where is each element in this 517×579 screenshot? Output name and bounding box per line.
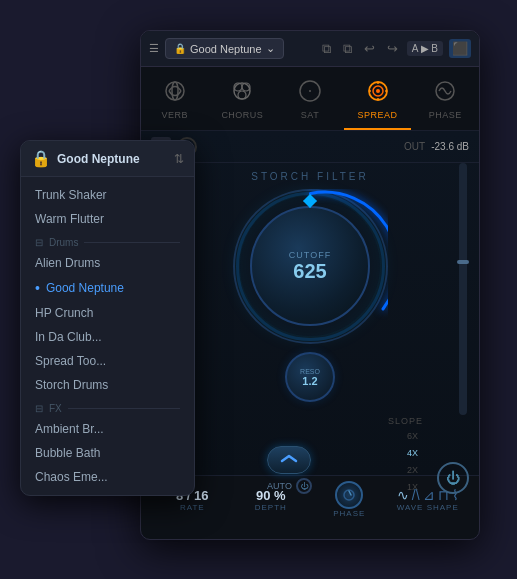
tab-chorus-label: CHORUS [221,110,263,120]
phase-icon [429,75,461,107]
dropdown-arrows[interactable]: ⇅ [174,152,184,166]
menu-icon[interactable]: ☰ [149,42,159,55]
preset-name: Good Neptune [190,43,262,55]
settings-btn[interactable]: ⬛ [449,39,471,58]
auto-power-btn[interactable]: ⏻ [296,478,312,494]
out-slider[interactable] [459,163,467,415]
slope-1x-btn[interactable]: 1X [388,480,423,494]
slider-thumb [457,260,469,264]
section-fx: ⊟ FX [21,397,194,417]
center-display: CUTOFF 625 [289,250,331,282]
preset-selector[interactable]: 🔒 Good Neptune ⌄ [165,38,284,59]
chevron-btn[interactable] [267,446,311,474]
tab-verb-label: VERB [162,110,189,120]
reso-value: 1.2 [302,375,317,387]
tab-bar: VERB CHORUS SAT [141,67,479,131]
redo-btn[interactable]: ↪ [384,39,401,58]
svg-point-7 [309,90,311,92]
spread-icon [362,75,394,107]
rate-label: RATE [180,503,205,512]
dropdown-title: Good Neptune [57,152,168,166]
slope-column: SLOPE 6X 4X 2X 1X [388,416,423,494]
reso-knob[interactable]: RESO 1.2 [285,352,335,402]
slope-6x-btn[interactable]: 6X [388,429,423,443]
tab-verb[interactable]: VERB [141,67,209,130]
ab-btn[interactable]: A ▶ B [407,41,443,56]
copy-btn[interactable]: ⧉ [319,39,334,59]
paste-btn[interactable]: ⧉ [340,39,355,59]
undo-btn[interactable]: ↩ [361,39,378,58]
chorus-icon [226,75,258,107]
list-item-ambient-br[interactable]: Ambient Br... [21,417,194,441]
list-item-good-neptune[interactable]: Good Neptune [21,275,194,301]
tab-phase-label: PHASE [429,110,462,120]
out-label: OUT [404,141,425,152]
reso-label: RESO [300,368,320,375]
output-power-btn[interactable]: ⏻ [437,462,469,494]
slope-4x-btn[interactable]: 4X [388,446,423,460]
tab-phase[interactable]: PHASE [411,67,479,130]
section-drums: ⊟ Drums [21,231,194,251]
tab-sat-label: SAT [301,110,319,120]
list-item-trunk-shaker[interactable]: Trunk Shaker [21,183,194,207]
svg-point-5 [238,91,246,99]
wave-shape-label: WAVE SHAPE [397,503,459,512]
tab-sat[interactable]: SAT [276,67,344,130]
filter-title: STORCH FILTER [251,171,369,182]
list-item-bubble-bath[interactable]: Bubble Bath [21,441,194,465]
auto-label: AUTO [267,481,292,491]
slope-2x-btn[interactable]: 2X [388,463,423,477]
cutoff-knob[interactable]: CUTOFF 625 [230,186,390,346]
verb-icon [159,75,191,107]
dropdown-list: Trunk Shaker Warm Flutter ⊟ Drums Alien … [21,177,194,495]
svg-point-1 [172,82,178,100]
list-item-spread-too[interactable]: Spread Too... [21,349,194,373]
tab-chorus[interactable]: CHORUS [209,67,277,130]
svg-point-0 [166,82,184,100]
sat-icon [294,75,326,107]
phase-label: PHASE [333,509,365,518]
dropdown-arrow-icon: ⌄ [266,42,275,55]
preset-dropdown: 🔒 Good Neptune ⇅ Trunk Shaker Warm Flutt… [20,140,195,496]
svg-point-10 [376,89,380,93]
dropdown-lock-icon: 🔒 [31,149,51,168]
tab-spread-label: SPREAD [358,110,398,120]
top-bar: ☰ 🔒 Good Neptune ⌄ ⧉ ⧉ ↩ ↪ A ▶ B ⬛ [141,31,479,67]
depth-label: DEPTH [255,503,287,512]
folder-fx-icon: ⊟ [35,403,43,414]
list-item-hp-crunch[interactable]: HP Crunch [21,301,194,325]
folder-icon: ⊟ [35,237,43,248]
out-value: -23.6 dB [431,141,469,152]
list-item-in-da-club[interactable]: In Da Club... [21,325,194,349]
list-item-storch-drums[interactable]: Storch Drums [21,373,194,397]
lock-icon: 🔒 [174,43,186,54]
list-item-warm-flutter[interactable]: Warm Flutter [21,207,194,231]
slope-label: SLOPE [388,416,423,426]
auto-row: AUTO ⏻ [267,478,312,494]
list-item-chaos-eme[interactable]: Chaos Eme... [21,465,194,489]
list-item-alien-drums[interactable]: Alien Drums [21,251,194,275]
cutoff-value: 625 [293,260,326,282]
slider-track [459,163,467,415]
center-column: AUTO ⏻ [201,446,378,494]
tab-spread[interactable]: SPREAD [344,67,412,130]
dropdown-header: 🔒 Good Neptune ⇅ [21,141,194,177]
cutoff-label: CUTOFF [289,250,331,260]
